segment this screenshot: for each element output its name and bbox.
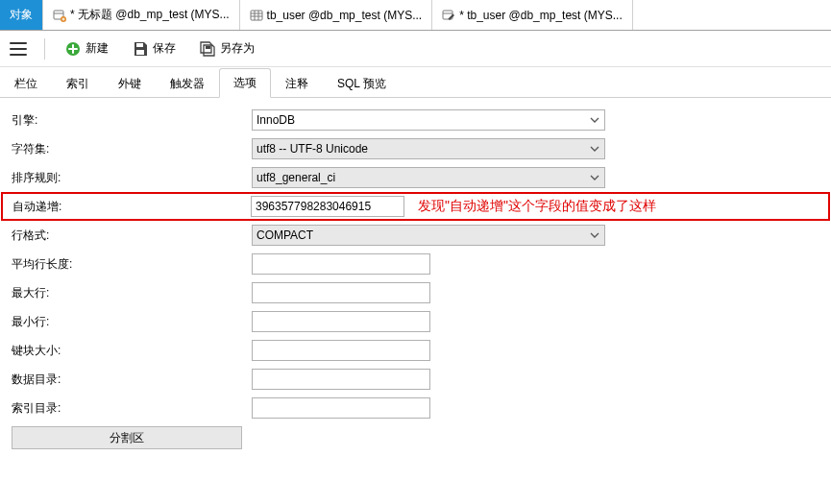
charset-select[interactable]: utf8 -- UTF-8 Unicode [252,138,605,159]
rowformat-label: 行格式: [12,228,252,244]
top-tab-object[interactable]: 对象 [0,0,43,30]
top-tab-untitled[interactable]: * 无标题 @db_mp_test (MYS... [43,0,240,30]
collation-value: utf8_general_ci [257,171,335,184]
table-new-icon [53,9,66,22]
maxrows-input-wrap[interactable] [252,282,430,303]
indexdir-label: 索引目录: [12,400,252,417]
row-minrows: 最小行: [0,307,831,336]
top-tab-tbuser2-label: * tb_user @db_mp_test (MYS... [459,9,623,22]
saveas-button[interactable]: 另存为 [195,38,258,60]
save-button[interactable]: 保存 [128,38,180,60]
annotation-text: 发现"自动递增"这个字段的值变成了这样 [418,198,656,215]
rowformat-value: COMPACT [257,228,313,242]
subtab-fk[interactable]: 外键 [104,68,156,98]
subtab-indexes-label: 索引 [66,76,89,92]
autoinc-input-wrap[interactable] [251,196,404,217]
toolbar: 新建 保存 另存为 [0,31,831,67]
row-datadir: 数据目录: [0,365,831,394]
new-icon [64,40,82,58]
row-engine: 引擎: InnoDB [0,106,831,134]
subtab-sql[interactable]: SQL 预览 [323,68,401,98]
top-tab-tbuser2[interactable]: * tb_user @db_mp_test (MYS... [432,0,633,30]
top-tab-object-label: 对象 [10,7,33,23]
minrows-input-wrap[interactable] [252,311,430,332]
menu-icon[interactable] [8,38,29,60]
saveas-button-label: 另存为 [220,40,255,57]
autoinc-input[interactable] [256,197,400,216]
subtab-columns-label: 栏位 [14,76,37,92]
datadir-label: 数据目录: [12,372,252,388]
top-tab-tbuser1-label: tb_user @db_mp_test (MYS... [267,9,423,22]
engine-value: InnoDB [257,113,295,127]
subtab-indexes[interactable]: 索引 [52,68,104,98]
keyblock-label: 键块大小: [12,343,252,359]
maxrows-label: 最大行: [12,285,252,301]
subtab-options[interactable]: 选项 [219,68,271,98]
table-icon [250,9,263,22]
chevron-down-icon [587,139,602,158]
avglen-label: 平均行长度: [12,256,252,273]
table-edit-icon [442,9,455,22]
row-collation: 排序规则: utf8_general_ci [0,163,831,192]
keyblock-input[interactable] [257,341,426,360]
subtab-comment[interactable]: 注释 [271,68,323,98]
keyblock-input-wrap[interactable] [252,340,430,361]
top-tab-tbuser1[interactable]: tb_user @db_mp_test (MYS... [240,0,433,30]
save-button-label: 保存 [153,40,176,57]
subtab-fk-label: 外键 [118,76,141,92]
avglen-input[interactable] [257,254,426,274]
svg-rect-13 [206,46,210,49]
indexdir-input[interactable] [257,398,426,418]
options-form: 引擎: InnoDB 字符集: utf8 -- UTF-8 Unicode 排序… [0,98,831,453]
minrows-input[interactable] [257,312,426,331]
collation-label: 排序规则: [12,170,252,186]
saveas-icon [199,40,216,58]
row-rowformat: 行格式: COMPACT [0,221,831,250]
subtab-options-label: 选项 [233,75,257,91]
separator [44,38,45,60]
row-partition: 分割区 [0,422,831,453]
subtab-sql-label: SQL 预览 [337,76,386,92]
save-icon [132,40,149,58]
autoinc-label: 自动递增: [12,199,251,215]
subtab-comment-label: 注释 [285,76,308,92]
row-autoinc: 自动递增: 发现"自动递增"这个字段的值变成了这样 [1,192,830,221]
datadir-input-wrap[interactable] [252,369,430,390]
engine-label: 引擎: [12,112,252,129]
collation-select[interactable]: utf8_general_ci [252,167,605,188]
partition-button-label: 分割区 [110,430,144,446]
charset-value: utf8 -- UTF-8 Unicode [257,142,368,156]
row-charset: 字符集: utf8 -- UTF-8 Unicode [0,134,831,163]
row-avglen: 平均行长度: [0,250,831,278]
indexdir-input-wrap[interactable] [252,397,430,419]
chevron-down-icon [587,110,602,130]
maxrows-input[interactable] [257,283,426,302]
minrows-label: 最小行: [12,314,252,330]
chevron-down-icon [587,168,602,187]
engine-select[interactable]: InnoDB [252,109,605,131]
svg-rect-3 [251,11,262,20]
subtab-triggers-label: 触发器 [170,76,205,92]
new-button-label: 新建 [86,40,109,57]
charset-label: 字符集: [12,141,252,157]
chevron-down-icon [587,226,602,245]
subtab-triggers[interactable]: 触发器 [156,68,219,98]
row-maxrows: 最大行: [0,278,831,307]
top-tab-untitled-label: * 无标题 @db_mp_test (MYS... [70,7,230,23]
partition-button[interactable]: 分割区 [12,426,242,449]
rowformat-select[interactable]: COMPACT [252,225,605,246]
datadir-input[interactable] [257,370,426,389]
row-indexdir: 索引目录: [0,394,831,422]
row-keyblock: 键块大小: [0,336,831,365]
svg-rect-11 [136,43,143,47]
svg-rect-12 [136,50,144,55]
avglen-input-wrap[interactable] [252,253,430,275]
top-tab-bar: 对象 * 无标题 @db_mp_test (MYS... tb_user @db… [0,0,831,31]
subtab-columns[interactable]: 栏位 [0,68,52,98]
new-button[interactable]: 新建 [61,38,112,60]
sub-tab-bar: 栏位 索引 外键 触发器 选项 注释 SQL 预览 [0,67,831,98]
